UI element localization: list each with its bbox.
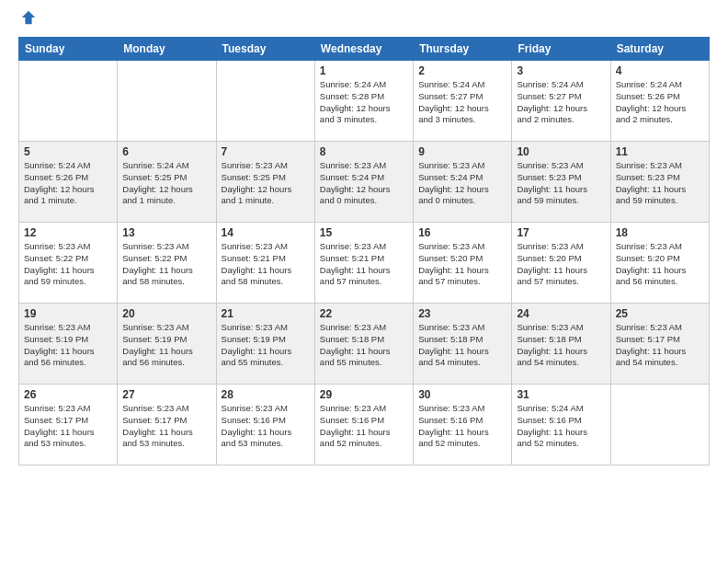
day-info: Sunrise: 5:23 AM Sunset: 5:20 PM Dayligh… [517, 241, 605, 288]
calendar-cell: 28Sunrise: 5:23 AM Sunset: 5:16 PM Dayli… [216, 385, 314, 465]
day-number: 17 [517, 226, 605, 239]
day-info: Sunrise: 5:23 AM Sunset: 5:16 PM Dayligh… [418, 403, 506, 450]
calendar-cell: 25Sunrise: 5:23 AM Sunset: 5:17 PM Dayli… [610, 304, 709, 385]
weekday-header-monday: Monday [118, 38, 216, 61]
day-number: 4 [616, 64, 704, 77]
day-number: 11 [616, 145, 704, 158]
day-info: Sunrise: 5:24 AM Sunset: 5:27 PM Dayligh… [418, 79, 506, 126]
day-info: Sunrise: 5:23 AM Sunset: 5:19 PM Dayligh… [24, 322, 112, 369]
day-number: 23 [418, 307, 506, 320]
day-number: 26 [24, 388, 112, 401]
day-info: Sunrise: 5:23 AM Sunset: 5:25 PM Dayligh… [222, 160, 310, 207]
calendar-week-4: 19Sunrise: 5:23 AM Sunset: 5:19 PM Dayli… [19, 304, 710, 385]
calendar-cell: 19Sunrise: 5:23 AM Sunset: 5:19 PM Dayli… [19, 304, 118, 385]
calendar-cell: 16Sunrise: 5:23 AM Sunset: 5:20 PM Dayli… [414, 223, 512, 304]
calendar-cell: 9Sunrise: 5:23 AM Sunset: 5:24 PM Daylig… [414, 142, 512, 223]
weekday-header-sunday: Sunday [19, 38, 118, 61]
calendar-cell: 10Sunrise: 5:23 AM Sunset: 5:23 PM Dayli… [512, 142, 610, 223]
weekday-header-saturday: Saturday [610, 38, 709, 61]
day-info: Sunrise: 5:23 AM Sunset: 5:17 PM Dayligh… [616, 322, 704, 369]
day-info: Sunrise: 5:23 AM Sunset: 5:17 PM Dayligh… [122, 403, 210, 450]
calendar-week-1: 1Sunrise: 5:24 AM Sunset: 5:28 PM Daylig… [19, 61, 710, 142]
calendar-cell: 2Sunrise: 5:24 AM Sunset: 5:27 PM Daylig… [414, 61, 512, 142]
logo-icon [20, 9, 37, 26]
day-info: Sunrise: 5:24 AM Sunset: 5:26 PM Dayligh… [616, 79, 704, 126]
calendar-cell: 11Sunrise: 5:23 AM Sunset: 5:23 PM Dayli… [610, 142, 709, 223]
day-info: Sunrise: 5:23 AM Sunset: 5:24 PM Dayligh… [320, 160, 408, 207]
day-number: 18 [616, 226, 704, 239]
weekday-header-row: SundayMondayTuesdayWednesdayThursdayFrid… [19, 38, 710, 61]
day-number: 20 [122, 307, 210, 320]
weekday-header-wednesday: Wednesday [314, 38, 413, 61]
calendar-cell [610, 385, 709, 465]
calendar-cell: 4Sunrise: 5:24 AM Sunset: 5:26 PM Daylig… [610, 61, 709, 142]
calendar-cell: 13Sunrise: 5:23 AM Sunset: 5:22 PM Dayli… [118, 223, 216, 304]
day-number: 24 [517, 307, 605, 320]
day-number: 25 [616, 307, 704, 320]
weekday-header-thursday: Thursday [414, 38, 512, 61]
calendar-cell: 20Sunrise: 5:23 AM Sunset: 5:19 PM Dayli… [118, 304, 216, 385]
calendar-cell: 3Sunrise: 5:24 AM Sunset: 5:27 PM Daylig… [512, 61, 610, 142]
calendar-cell: 30Sunrise: 5:23 AM Sunset: 5:16 PM Dayli… [414, 385, 512, 465]
day-number: 16 [418, 226, 506, 239]
day-info: Sunrise: 5:23 AM Sunset: 5:18 PM Dayligh… [517, 322, 605, 369]
day-info: Sunrise: 5:23 AM Sunset: 5:23 PM Dayligh… [517, 160, 605, 207]
day-info: Sunrise: 5:23 AM Sunset: 5:20 PM Dayligh… [418, 241, 506, 288]
day-info: Sunrise: 5:24 AM Sunset: 5:26 PM Dayligh… [24, 160, 112, 207]
calendar-cell: 24Sunrise: 5:23 AM Sunset: 5:18 PM Dayli… [512, 304, 610, 385]
day-info: Sunrise: 5:23 AM Sunset: 5:20 PM Dayligh… [616, 241, 704, 288]
calendar-cell: 31Sunrise: 5:24 AM Sunset: 5:16 PM Dayli… [512, 385, 610, 465]
calendar-cell: 22Sunrise: 5:23 AM Sunset: 5:18 PM Dayli… [314, 304, 413, 385]
weekday-header-tuesday: Tuesday [216, 38, 314, 61]
day-number: 28 [222, 388, 310, 401]
day-info: Sunrise: 5:23 AM Sunset: 5:22 PM Dayligh… [122, 241, 210, 288]
header [18, 18, 710, 26]
calendar-week-2: 5Sunrise: 5:24 AM Sunset: 5:26 PM Daylig… [19, 142, 710, 223]
day-number: 31 [517, 388, 605, 401]
day-number: 13 [122, 226, 210, 239]
day-info: Sunrise: 5:23 AM Sunset: 5:18 PM Dayligh… [418, 322, 506, 369]
day-number: 7 [222, 145, 310, 158]
day-number: 9 [418, 145, 506, 158]
calendar-cell: 5Sunrise: 5:24 AM Sunset: 5:26 PM Daylig… [19, 142, 118, 223]
calendar-week-3: 12Sunrise: 5:23 AM Sunset: 5:22 PM Dayli… [19, 223, 710, 304]
calendar-cell: 12Sunrise: 5:23 AM Sunset: 5:22 PM Dayli… [19, 223, 118, 304]
calendar-cell: 29Sunrise: 5:23 AM Sunset: 5:16 PM Dayli… [314, 385, 413, 465]
calendar-cell: 15Sunrise: 5:23 AM Sunset: 5:21 PM Dayli… [314, 223, 413, 304]
day-info: Sunrise: 5:23 AM Sunset: 5:17 PM Dayligh… [24, 403, 112, 450]
calendar-cell [118, 61, 216, 142]
day-number: 19 [24, 307, 112, 320]
day-number: 29 [320, 388, 408, 401]
weekday-header-friday: Friday [512, 38, 610, 61]
day-number: 2 [418, 64, 506, 77]
day-number: 6 [122, 145, 210, 158]
calendar-cell: 26Sunrise: 5:23 AM Sunset: 5:17 PM Dayli… [19, 385, 118, 465]
svg-marker-0 [22, 11, 35, 24]
calendar-cell: 6Sunrise: 5:24 AM Sunset: 5:25 PM Daylig… [118, 142, 216, 223]
day-info: Sunrise: 5:23 AM Sunset: 5:19 PM Dayligh… [222, 322, 310, 369]
day-info: Sunrise: 5:23 AM Sunset: 5:19 PM Dayligh… [122, 322, 210, 369]
day-info: Sunrise: 5:23 AM Sunset: 5:18 PM Dayligh… [320, 322, 408, 369]
day-info: Sunrise: 5:23 AM Sunset: 5:23 PM Dayligh… [616, 160, 704, 207]
calendar-table: SundayMondayTuesdayWednesdayThursdayFrid… [18, 37, 710, 465]
calendar-cell: 17Sunrise: 5:23 AM Sunset: 5:20 PM Dayli… [512, 223, 610, 304]
day-number: 30 [418, 388, 506, 401]
day-info: Sunrise: 5:24 AM Sunset: 5:27 PM Dayligh… [517, 79, 605, 126]
day-number: 12 [24, 226, 112, 239]
day-info: Sunrise: 5:23 AM Sunset: 5:21 PM Dayligh… [222, 241, 310, 288]
calendar-cell: 18Sunrise: 5:23 AM Sunset: 5:20 PM Dayli… [610, 223, 709, 304]
day-info: Sunrise: 5:24 AM Sunset: 5:25 PM Dayligh… [122, 160, 210, 207]
calendar-cell [19, 61, 118, 142]
day-number: 8 [320, 145, 408, 158]
page: SundayMondayTuesdayWednesdayThursdayFrid… [0, 0, 728, 563]
day-number: 1 [320, 64, 408, 77]
day-info: Sunrise: 5:23 AM Sunset: 5:16 PM Dayligh… [222, 403, 310, 450]
day-number: 10 [517, 145, 605, 158]
logo [18, 18, 37, 26]
day-info: Sunrise: 5:24 AM Sunset: 5:16 PM Dayligh… [517, 403, 605, 450]
calendar-cell: 27Sunrise: 5:23 AM Sunset: 5:17 PM Dayli… [118, 385, 216, 465]
calendar-cell [216, 61, 314, 142]
day-number: 15 [320, 226, 408, 239]
day-info: Sunrise: 5:23 AM Sunset: 5:21 PM Dayligh… [320, 241, 408, 288]
calendar-week-5: 26Sunrise: 5:23 AM Sunset: 5:17 PM Dayli… [19, 385, 710, 465]
